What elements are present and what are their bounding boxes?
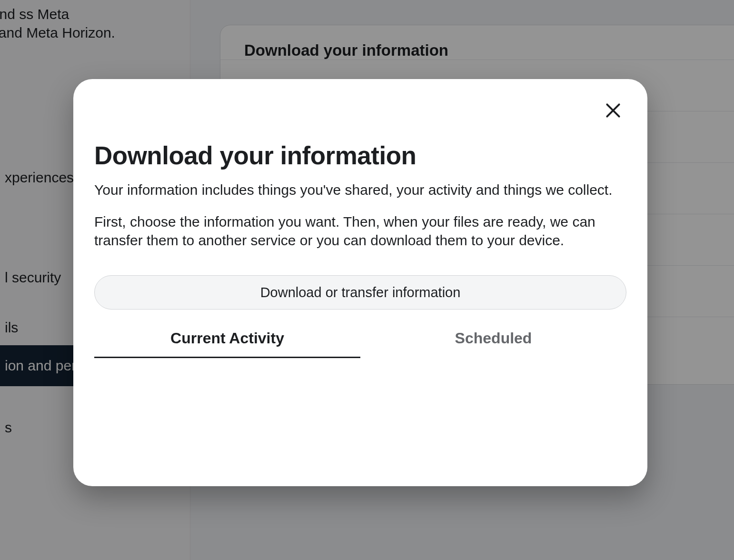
modal-tabs: Current Activity Scheduled <box>94 330 626 358</box>
close-button[interactable] <box>600 98 626 125</box>
download-info-modal: Download your information Your informati… <box>73 79 647 486</box>
tab-scheduled[interactable]: Scheduled <box>360 330 626 358</box>
download-transfer-button[interactable]: Download or transfer information <box>94 275 626 310</box>
tab-current-activity[interactable]: Current Activity <box>94 330 360 358</box>
modal-title: Download your information <box>94 141 626 170</box>
modal-description-2: First, choose the information you want. … <box>94 212 626 250</box>
close-icon <box>604 101 622 121</box>
modal-description-1: Your information includes things you've … <box>94 180 626 199</box>
